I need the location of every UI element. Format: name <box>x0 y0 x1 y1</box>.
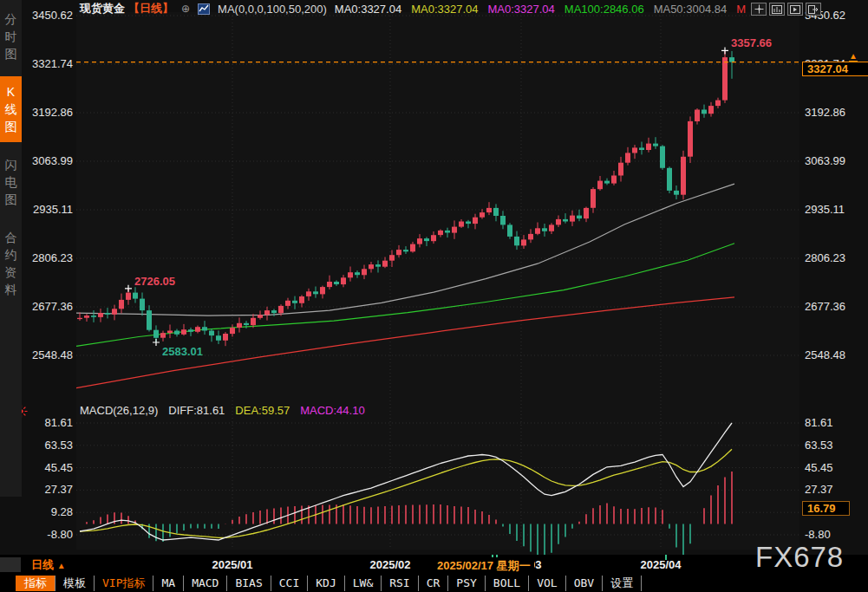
axis-label: 2935.11 <box>23 203 73 216</box>
pivot-price-label: 3357.66 <box>731 36 772 49</box>
date-label: 2025/04 <box>641 558 682 571</box>
symbol-title: 现货黄金 <box>80 1 125 16</box>
move-icon[interactable] <box>751 3 767 16</box>
ma-legend-value: MA0:3327.04 <box>411 3 478 16</box>
price-marker-icon[interactable]: ▲ <box>849 52 858 62</box>
toolbar-button-ma[interactable]: MA <box>153 576 183 591</box>
sidebar-tab-4[interactable]: 合约资料 <box>0 222 22 305</box>
ma-legend-value: MA0:3327.04 <box>488 3 555 16</box>
period-tag: 【日线】 <box>128 1 173 16</box>
toolbar-button-rsi[interactable]: RSI <box>381 576 417 591</box>
toolbar-button-obv[interactable]: OBV <box>565 576 602 591</box>
axis-label: 81.61 <box>805 416 855 429</box>
macd-current-box: 16.79 <box>802 501 850 516</box>
date-axis: 日线 ▲ 2025/02/17 星期一 2025/012025/022025/0… <box>0 555 868 575</box>
link-icon[interactable]: ⊕ <box>181 3 190 15</box>
axis-label: 3321.74 <box>23 57 73 70</box>
toolbar-button-vip[interactable]: VIP指标 <box>94 576 153 591</box>
axis-label: 3192.86 <box>23 106 73 119</box>
ma-legend-value: MA100:2846.06 <box>565 3 644 16</box>
chart-canvas[interactable] <box>0 0 868 592</box>
pivot-price-label: 2583.01 <box>162 345 203 358</box>
indicator-window-icon[interactable] <box>769 3 785 16</box>
macd-dea-value: DEA:59.57 <box>235 404 290 417</box>
toolbar-button-cci[interactable]: CCI <box>271 576 307 591</box>
ma-legend-value: M <box>736 3 746 16</box>
axis-label: 2677.36 <box>805 300 855 313</box>
ma-legend-value: MA50:3004.84 <box>654 3 728 16</box>
toolbar-button-vol[interactable]: VOL <box>528 576 565 591</box>
axis-label: 27.37 <box>805 483 855 496</box>
axis-label: 63.53 <box>23 439 73 452</box>
toolbar-button-kdj[interactable]: KDJ <box>307 576 343 591</box>
toolbar-button-[interactable]: 设置 <box>602 576 642 591</box>
axis-label: 63.53 <box>805 439 855 452</box>
date-label: 2025/01 <box>212 558 253 571</box>
toolbar-button-cr[interactable]: CR <box>418 576 448 591</box>
corner-block <box>0 557 21 572</box>
up-arrow-icon: ▲ <box>57 561 66 570</box>
macd-title: MACD(26,12,9) <box>80 404 158 417</box>
toolbar-button-boll[interactable]: BOLL <box>485 576 528 591</box>
axis-label: 2935.11 <box>805 203 855 216</box>
axis-label: 2677.36 <box>23 300 73 313</box>
macd-macd-value: MACD:44.10 <box>300 404 364 417</box>
watermark: FX678 <box>755 541 844 574</box>
axis-label: -8.80 <box>805 528 855 541</box>
axis-label: -8.80 <box>23 528 73 541</box>
ma-legend-value: MA0:3327.04 <box>335 3 401 16</box>
axis-label: 3192.86 <box>805 106 855 119</box>
toolbar-button-macd[interactable]: MACD <box>183 576 226 591</box>
ma-settings-label: MA(0,0,0,100,50,200) <box>218 3 327 16</box>
axis-label: 45.45 <box>805 461 855 474</box>
sidebar: 分时图K线图闪电图合约资料 <box>0 0 22 497</box>
toolbar-button-lw[interactable]: LW& <box>344 576 381 591</box>
axis-label: 3063.99 <box>23 154 73 167</box>
sidebar-tab-3[interactable]: 闪电图 <box>0 149 22 215</box>
axis-label: 2806.23 <box>23 251 73 264</box>
macd-diff-value: DIFF:81.61 <box>168 404 225 417</box>
date-label: 2025/02 <box>370 558 411 571</box>
sidebar-tab-2[interactable]: K线图 <box>0 76 22 142</box>
macd-legend: MACD(26,12,9) DIFF:81.61 DEA:59.57 MACD:… <box>80 404 365 417</box>
window-controls <box>751 3 821 16</box>
play-panel-icon[interactable] <box>787 3 803 16</box>
toolbar-button-psy[interactable]: PSY <box>447 576 484 591</box>
current-price-box: 3327.04 <box>802 62 868 76</box>
pivot-price-label: 2726.05 <box>134 275 175 288</box>
axis-label: 2548.48 <box>23 348 73 361</box>
toolbar-button-bias[interactable]: BIAS <box>226 576 270 591</box>
sidebar-tab-1[interactable]: 分时图 <box>0 3 22 69</box>
axis-label: 81.61 <box>23 416 73 429</box>
date-tooltip: 2025/02/17 星期一 <box>434 557 534 575</box>
axis-label: 45.45 <box>23 461 73 474</box>
axis-label: 2806.23 <box>805 251 855 264</box>
axis-label: 27.37 <box>23 483 73 496</box>
indicator-toolbar: 指标模板VIP指标MAMACDBIASCCIKDJLW&RSICRPSYBOLL… <box>0 575 868 592</box>
axis-label: 3063.99 <box>805 154 855 167</box>
toolbar-button-[interactable]: 指标 <box>16 576 55 591</box>
toolbar-button-[interactable]: 模板 <box>55 576 94 591</box>
chart-header: 现货黄金 【日线】 ⊕ MA(0,0,0,100,50,200) MA0:332… <box>80 2 746 16</box>
exit-panel-icon[interactable] <box>806 3 821 16</box>
ma-legend: MA0:3327.04MA0:3327.04MA0:3327.04MA100:2… <box>335 3 746 16</box>
axis-label: 2548.48 <box>805 348 855 361</box>
axis-label: 9.28 <box>23 505 73 518</box>
axis-label: 3450.62 <box>23 9 73 22</box>
chart-app: 分时图K线图闪电图合约资料 现货黄金 【日线】 ⊕ MA(0,0,0,100,5… <box>0 0 868 592</box>
period-selector[interactable]: 日线 ▲ <box>31 557 66 573</box>
mini-chart-icon[interactable] <box>198 3 210 15</box>
